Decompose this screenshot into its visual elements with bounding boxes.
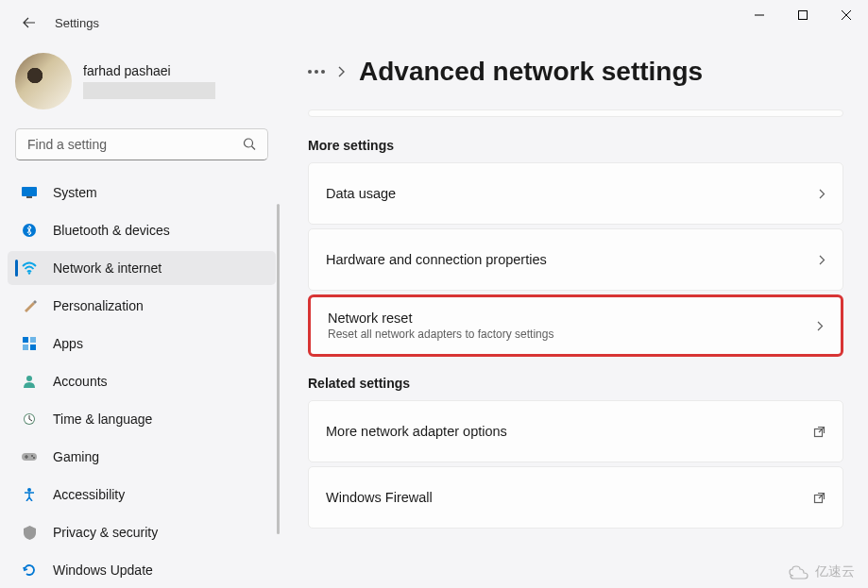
external-link-icon	[813, 426, 825, 438]
arrow-left-icon	[22, 15, 37, 30]
sidebar-item-label: Apps	[53, 336, 83, 351]
breadcrumb-more-button[interactable]	[308, 70, 325, 74]
gamepad-icon	[21, 448, 38, 465]
sidebar-item-gaming[interactable]: Gaming	[8, 440, 276, 474]
system-icon	[21, 184, 38, 201]
wifi-icon	[21, 260, 38, 277]
maximize-icon	[798, 10, 808, 20]
watermark: 亿速云	[789, 563, 855, 580]
accessibility-icon	[21, 486, 38, 503]
breadcrumb: Advanced network settings	[308, 57, 843, 87]
profile-section[interactable]: farhad pashaei	[8, 45, 276, 125]
svg-rect-6	[23, 337, 28, 343]
sidebar-item-label: Accounts	[53, 374, 108, 389]
svg-point-15	[33, 457, 35, 459]
card-title: Hardware and connection properties	[326, 252, 547, 267]
sidebar-item-privacy[interactable]: Privacy & security	[8, 515, 276, 549]
close-icon	[842, 10, 851, 20]
card-title: Data usage	[326, 186, 396, 201]
avatar	[15, 53, 72, 109]
chevron-right-icon	[819, 255, 825, 265]
sidebar-item-label: Network & internet	[53, 260, 162, 276]
sidebar-item-label: Bluetooth & devices	[53, 223, 170, 238]
main-content: Advanced network settings More settings …	[283, 45, 868, 588]
card-hardware-properties[interactable]: Hardware and connection properties	[308, 228, 843, 291]
svg-point-10	[26, 376, 32, 381]
card-title: Windows Firewall	[326, 490, 433, 505]
sidebar-item-label: Personalization	[53, 298, 144, 313]
sidebar-item-time[interactable]: Time & language	[8, 402, 276, 436]
sidebar-item-bluetooth[interactable]: Bluetooth & devices	[8, 213, 276, 247]
update-icon	[21, 562, 38, 579]
card-network-reset[interactable]: Network reset Reset all network adapters…	[308, 294, 843, 357]
sidebar-item-label: Privacy & security	[53, 525, 158, 540]
card-windows-firewall[interactable]: Windows Firewall	[308, 466, 843, 529]
shield-icon	[21, 524, 38, 541]
sidebar: farhad pashaei System Bluetooth & device…	[0, 45, 283, 588]
window-title: Settings	[55, 16, 99, 30]
sidebar-item-label: Time & language	[53, 412, 152, 427]
sidebar-item-update[interactable]: Windows Update	[8, 553, 276, 587]
sidebar-item-label: Windows Update	[53, 563, 153, 578]
maximize-button[interactable]	[781, 0, 825, 30]
svg-rect-2	[22, 187, 37, 196]
sidebar-item-network[interactable]: Network & internet	[8, 251, 276, 285]
svg-rect-0	[799, 11, 808, 20]
chevron-right-icon	[819, 189, 825, 199]
svg-point-14	[31, 455, 33, 457]
apps-icon	[21, 335, 38, 352]
card-title: Network reset	[328, 311, 553, 326]
card-subtitle: Reset all network adapters to factory se…	[328, 328, 553, 341]
sidebar-item-label: Gaming	[53, 449, 99, 464]
profile-email-placeholder	[83, 82, 215, 99]
svg-rect-8	[23, 344, 28, 350]
minimize-button[interactable]	[738, 0, 781, 30]
svg-point-5	[28, 272, 30, 274]
sidebar-item-accessibility[interactable]: Accessibility	[8, 478, 276, 512]
bluetooth-icon	[21, 222, 38, 239]
page-title: Advanced network settings	[359, 57, 703, 87]
nav-list: System Bluetooth & devices Network & int…	[8, 176, 276, 587]
profile-name: farhad pashaei	[83, 63, 268, 78]
close-button[interactable]	[825, 0, 868, 30]
svg-rect-7	[30, 337, 36, 343]
svg-rect-3	[26, 196, 32, 198]
chevron-right-icon	[817, 321, 824, 331]
chevron-right-icon	[338, 66, 346, 77]
minimize-icon	[755, 10, 764, 20]
card-adapter-options[interactable]: More network adapter options	[308, 400, 843, 462]
search-input[interactable]	[15, 128, 268, 160]
sidebar-item-apps[interactable]: Apps	[8, 327, 276, 361]
card-data-usage[interactable]: Data usage	[308, 162, 843, 225]
brush-icon	[21, 297, 38, 314]
section-title-related: Related settings	[308, 376, 843, 391]
svg-rect-9	[30, 344, 36, 350]
card-title: More network adapter options	[326, 424, 507, 439]
back-button[interactable]	[15, 8, 43, 37]
person-icon	[21, 373, 38, 390]
section-title-more: More settings	[308, 138, 843, 153]
sidebar-item-system[interactable]: System	[8, 176, 276, 210]
sidebar-item-accounts[interactable]: Accounts	[8, 364, 276, 398]
clock-icon	[21, 411, 38, 428]
cloud-icon	[789, 564, 809, 580]
sidebar-item-label: Accessibility	[53, 487, 125, 502]
sidebar-item-label: System	[53, 185, 97, 200]
svg-point-16	[27, 488, 31, 492]
external-link-icon	[813, 492, 825, 504]
card-partial-top	[308, 109, 843, 117]
svg-rect-13	[22, 453, 37, 461]
sidebar-item-personalization[interactable]: Personalization	[8, 289, 276, 323]
